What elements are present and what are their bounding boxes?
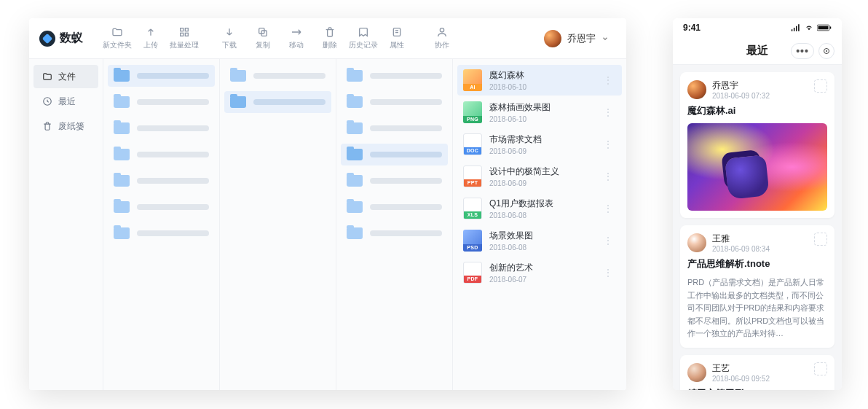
file-row[interactable]: AI魔幻森林2018-06-10⋮ [457,65,622,96]
card-action-icon[interactable] [814,362,827,375]
file-date: 2018-06-09 [489,179,593,187]
collaborate-button[interactable]: 协作 [425,26,459,50]
folder-row[interactable] [341,196,448,218]
file-row[interactable]: XLSQ1用户数据报表2018-06-08⋮ [457,193,622,224]
card-who: 王艺2018-06-09 09:52 [712,362,770,383]
nav-target-button[interactable] [818,43,835,59]
file-name: 魔幻森林 [489,69,593,82]
folder-row[interactable] [108,222,215,244]
chevron-down-icon [601,35,609,42]
move-button[interactable]: 移动 [280,26,313,50]
columns-view: AI魔幻森林2018-06-10⋮PNG森林插画效果图2018-06-10⋮DO… [103,59,626,390]
signal-icon [791,24,801,31]
file-row[interactable]: DOC市场需求文档2018-06-09⋮ [457,129,622,160]
folder-label-placeholder [137,230,209,236]
card-action-icon[interactable] [814,79,827,93]
sidebar-item-recent[interactable]: 最近 [33,90,98,113]
file-more-button[interactable]: ⋮ [600,235,616,246]
folder-row[interactable] [108,65,215,87]
folder-icon [347,175,363,187]
nav-more-button[interactable]: ••• [791,43,814,59]
folder-row[interactable] [108,117,215,139]
folder-column-1[interactable] [103,59,220,390]
file-meta: Q1用户数据报表2018-06-08 [489,198,593,219]
feed-card[interactable]: 王雅2018-06-09 08:34产品思维解析.tnotePRD（产品需求文档… [680,225,835,348]
file-more-button[interactable]: ⋮ [600,203,616,214]
user-menu[interactable]: 乔恩宇 [541,27,616,50]
sidebar-item-trash[interactable]: 废纸篓 [33,114,98,138]
avatar-icon [687,80,706,99]
folder-row[interactable] [108,196,215,218]
card-user: 王雅 [712,233,770,245]
feed-card[interactable]: 王艺2018-06-09 09:52精于心简于形.pdf [680,355,835,390]
feed-card[interactable]: 乔恩宇2018-06-09 07:32魔幻森林.ai [680,72,835,218]
wifi-icon [804,24,814,31]
file-thumb-icon: PPT [463,165,482,187]
avatar-icon [687,363,706,382]
sidebar-item-label: 废纸篓 [58,120,84,133]
file-meta: 设计中的极简主义2018-06-09 [489,165,593,187]
file-type-tag: XLS [464,211,481,219]
file-row[interactable]: PPT设计中的极简主义2018-06-09⋮ [457,161,622,192]
svg-rect-0 [181,28,184,31]
file-date: 2018-06-10 [489,115,593,123]
folder-row[interactable] [341,222,448,244]
folder-icon [347,122,363,134]
download-button[interactable]: 下载 [213,26,246,50]
folder-icon [114,227,130,239]
mobile-feed[interactable]: 乔恩宇2018-06-09 07:32魔幻森林.ai王雅2018-06-09 0… [673,65,842,390]
file-row[interactable]: PSD场景效果图2018-06-08⋮ [457,225,622,256]
user-avatar-icon [544,30,561,47]
history-icon [358,26,369,38]
file-row[interactable]: PDF创新的艺术2018-06-07⋮ [457,257,622,288]
file-more-button[interactable]: ⋮ [600,267,616,278]
file-name: 设计中的极简主义 [489,165,593,178]
svg-rect-3 [185,33,188,36]
file-more-button[interactable]: ⋮ [600,74,616,86]
new-folder-button[interactable]: 新文件夹 [100,26,134,50]
folder-row[interactable] [341,144,448,165]
folder-row[interactable] [108,170,215,192]
toolbar: 数蚁 新文件夹 上传 批量处理 下载 复制 [29,18,626,59]
folder-row[interactable] [341,117,448,139]
card-image [687,123,827,211]
folder-row[interactable] [224,91,331,113]
file-date: 2018-06-08 [489,244,593,252]
folder-column-3[interactable] [336,59,453,390]
card-head: 王雅2018-06-09 08:34 [687,233,827,253]
file-more-button[interactable]: ⋮ [600,139,616,150]
folder-row[interactable] [341,65,448,87]
card-time: 2018-06-09 08:34 [712,245,770,253]
batch-button[interactable]: 批量处理 [167,26,201,50]
folder-icon [114,70,130,82]
card-action-icon[interactable] [814,233,827,246]
delete-button[interactable]: 删除 [313,26,347,50]
history-button[interactable]: 历史记录 [347,26,380,50]
folder-label-placeholder [370,178,442,184]
folder-row[interactable] [341,91,448,113]
copy-button[interactable]: 复制 [246,26,280,50]
file-thumb-icon: PDF [463,262,482,284]
card-head: 乔恩宇2018-06-09 07:32 [687,79,827,100]
card-body: PRD（产品需求文档）是产品新人日常工作中输出最多的文档类型，而不同公司不同团队… [687,276,827,340]
file-more-button[interactable]: ⋮ [600,171,616,182]
info-icon [391,26,403,38]
folder-column-2[interactable] [220,59,336,390]
folder-label-placeholder [137,152,209,157]
folder-label-placeholder [137,178,209,184]
folder-row[interactable] [341,170,448,192]
file-more-button[interactable]: ⋮ [600,106,616,118]
folder-row[interactable] [108,91,215,113]
folder-label-placeholder [370,99,442,105]
sidebar-item-files[interactable]: 文件 [33,65,98,88]
file-row[interactable]: PNG森林插画效果图2018-06-10⋮ [457,97,622,128]
svg-rect-2 [181,33,184,36]
mobile-nav: 最近 ••• [673,37,842,65]
properties-button[interactable]: 属性 [380,26,414,50]
folder-row[interactable] [224,65,331,87]
file-column[interactable]: AI魔幻森林2018-06-10⋮PNG森林插画效果图2018-06-10⋮DO… [453,59,626,390]
upload-button[interactable]: 上传 [134,26,167,50]
folder-row[interactable] [108,144,215,165]
move-icon [291,26,302,38]
user-icon [436,26,448,38]
